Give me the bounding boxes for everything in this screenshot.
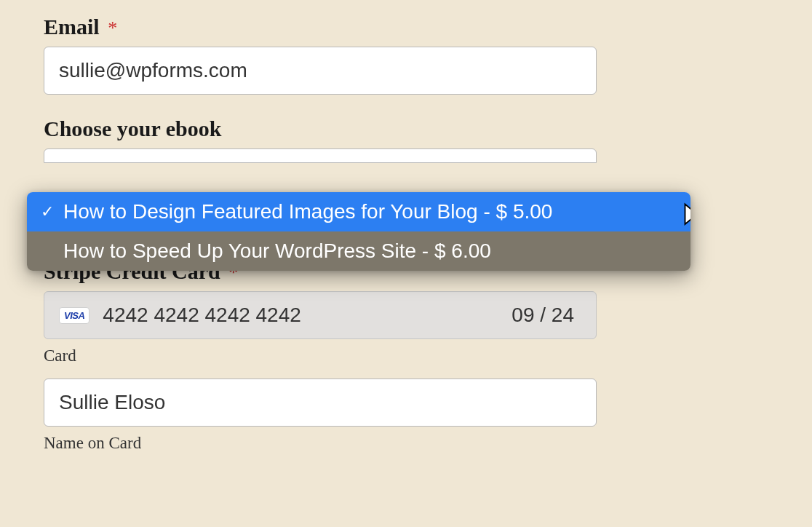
ebook-label: Choose your ebook — [44, 116, 768, 141]
ebook-option-2[interactable]: How to Speed Up Your WordPress Site - $ … — [27, 231, 690, 271]
ebook-option-1-text: How to Design Featured Images for Your B… — [63, 200, 552, 223]
ebook-dropdown-panel: ✓ How to Design Featured Images for Your… — [27, 192, 690, 271]
card-input-row[interactable]: VISA 4242 4242 4242 4242 09 / 24 — [44, 291, 597, 339]
checkmark-icon: ✓ — [40, 202, 55, 221]
email-label: Email * — [44, 15, 768, 39]
email-label-text: Email — [44, 15, 100, 39]
ebook-label-text: Choose your ebook — [44, 116, 221, 140]
card-expiry-text: 09 / 24 — [512, 304, 574, 327]
card-number-text: 4242 4242 4242 4242 — [103, 304, 498, 327]
required-asterisk: * — [108, 17, 117, 39]
card-sublabel: Card — [44, 346, 768, 365]
cursor-icon — [683, 202, 690, 231]
ebook-option-2-text: How to Speed Up Your WordPress Site - $ … — [63, 239, 491, 263]
name-on-card-group: Name on Card — [44, 379, 768, 453]
email-input[interactable] — [44, 47, 597, 95]
ebook-select[interactable] — [44, 148, 597, 163]
visa-badge-icon: VISA — [59, 307, 89, 324]
ebook-field-group: Choose your ebook — [44, 116, 768, 163]
stripe-field-group: Stripe Credit Card * VISA 4242 4242 4242… — [44, 259, 768, 453]
name-on-card-input[interactable] — [44, 379, 597, 427]
ebook-option-1[interactable]: ✓ How to Design Featured Images for Your… — [27, 192, 690, 231]
email-field-group: Email * — [44, 15, 768, 95]
name-sublabel: Name on Card — [44, 434, 768, 453]
